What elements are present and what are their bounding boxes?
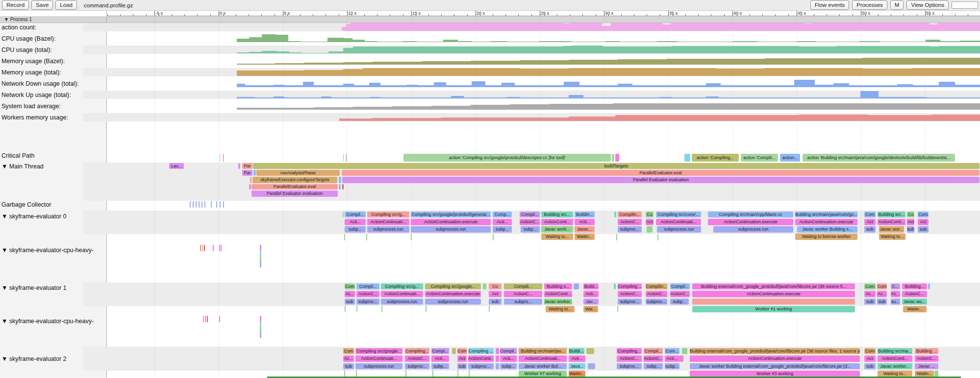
evaluator1-1-event-bar[interactable]: Build... <box>583 284 599 289</box>
evaluator0-3-event-bar[interactable]: Javac work... <box>541 226 573 233</box>
evaluator0-1-event-bar[interactable]: Com <box>918 212 929 217</box>
view-options-button[interactable]: View Options <box>906 0 949 10</box>
evaluator1-1-event-bar[interactable]: Compiling src/g... <box>381 284 423 289</box>
net-down-chart-segment[interactable] <box>245 85 274 87</box>
mem-bazel-chart-segment[interactable] <box>275 63 304 65</box>
evaluator2-2-event-bar[interactable] <box>496 355 499 362</box>
sys-load-chart-segment[interactable] <box>471 105 510 110</box>
evaluator2-1-event-bar[interactable]: Building external/com_google_protobuf/ja… <box>690 348 860 354</box>
evaluator0-3-event-bar[interactable]: sub <box>918 226 929 233</box>
mem-bazel-chart-segment[interactable] <box>569 60 618 65</box>
event-sliver[interactable] <box>207 316 208 322</box>
event-sliver[interactable] <box>260 332 261 338</box>
evaluator0-3-event-bar[interactable]: Javac wor... <box>879 226 904 233</box>
critical-path-event-bar[interactable] <box>684 154 690 162</box>
evaluator0-2-event-bar[interactable]: ActionContinuati... <box>656 219 701 225</box>
net-up-chart-segment[interactable] <box>879 97 911 98</box>
mem-total-chart-segment[interactable] <box>304 70 343 76</box>
workers-mem-chart-segment[interactable] <box>868 115 931 121</box>
critical-path-event-bar[interactable] <box>343 154 344 162</box>
sys-load-chart-segment[interactable] <box>237 108 275 110</box>
evaluator2-3-event-bar[interactable]: subproc... <box>468 363 494 369</box>
evaluator2-2-event-bar[interactable]: Act <box>864 355 876 362</box>
net-up-chart-segment[interactable] <box>331 97 370 98</box>
event-sliver[interactable] <box>260 251 261 257</box>
net-down-chart-segment[interactable] <box>314 85 343 87</box>
sys-load-chart-segment[interactable] <box>275 108 314 110</box>
evaluator0-1-event-bar[interactable]: Compil... <box>520 212 540 217</box>
event-sliver[interactable] <box>356 370 357 377</box>
event-sliver[interactable] <box>213 245 214 251</box>
evaluator1-2-event-bar[interactable]: Ac... <box>877 291 887 297</box>
event-sliver[interactable] <box>223 201 224 208</box>
evaluator2-3-event-bar[interactable]: subp... <box>431 363 449 369</box>
evaluator0-3-event-bar[interactable]: subp... <box>493 226 512 233</box>
load-button[interactable]: Load <box>55 0 77 10</box>
event-sliver[interactable] <box>405 370 406 377</box>
evaluator1-3-event-bar[interactable]: Javac worker... <box>544 299 572 305</box>
track-label-section[interactable]: ▼ skyframe-evaluator 2 <box>1 355 67 362</box>
mem-total-chart-segment[interactable] <box>863 69 912 76</box>
sys-load-chart-segment[interactable] <box>907 103 980 110</box>
evaluator0-3-event-bar[interactable]: subprocess.run <box>411 226 491 233</box>
mem-bazel-chart-segment[interactable] <box>304 63 343 65</box>
evaluator0-1-event-bar[interactable]: Building src... <box>541 212 573 217</box>
evaluator0-2-event-bar[interactable]: ActionContinuati... <box>367 219 409 225</box>
cpu-bazel-chart-segment[interactable] <box>288 41 301 42</box>
event-sliver[interactable] <box>260 245 261 251</box>
event-sliver[interactable] <box>381 306 382 312</box>
cpu-bazel-chart-segment[interactable] <box>402 41 417 42</box>
sys-load-chart-segment[interactable] <box>431 106 471 110</box>
evaluator2-1-event-bar[interactable]: Compiling src/google... <box>355 348 402 354</box>
net-down-chart-segment[interactable] <box>913 85 939 87</box>
evaluator1-3-event-bar[interactable]: sub <box>864 299 876 305</box>
net-up-chart-segment[interactable] <box>911 97 927 98</box>
net-down-chart-segment[interactable] <box>369 83 380 87</box>
cpu-bazel-chart-segment[interactable] <box>960 41 980 42</box>
evaluator2-3-event-bar[interactable]: Javac worker Building external/com_googl… <box>690 363 860 369</box>
evaluator1-4-event-bar[interactable]: Waiting to... <box>546 306 575 312</box>
net-up-chart-segment[interactable] <box>274 96 284 98</box>
evaluator2-1-event-bar[interactable]: Com <box>864 348 876 354</box>
main-thread-3-event-bar[interactable] <box>339 177 341 183</box>
evaluator1-2-event-bar[interactable]: Ac... <box>891 291 900 297</box>
mem-bazel-chart-segment[interactable] <box>618 59 667 65</box>
main-thread-1-event-bar[interactable]: buildTargets <box>253 163 980 169</box>
cpu-total-chart-segment[interactable] <box>302 53 328 53</box>
action-count-chart-segment[interactable] <box>611 23 663 31</box>
cpu-bazel-chart-segment[interactable] <box>249 37 262 42</box>
critical-path-event-bar[interactable]: action 'Compiling... <box>692 154 739 162</box>
evaluator1-1-event-bar[interactable]: Com <box>877 284 887 289</box>
cpu-total-chart-segment[interactable] <box>277 51 289 53</box>
evaluator1-4-event-bar[interactable]: Wai... <box>583 306 598 312</box>
event-sliver[interactable] <box>202 245 203 251</box>
cpu-total-chart-segment[interactable] <box>571 46 603 53</box>
evaluator1-3-event-bar[interactable] <box>692 299 855 305</box>
record-button[interactable]: Record <box>2 0 29 10</box>
cpu-bazel-chart-segment[interactable] <box>539 41 571 42</box>
critical-path-event-bar[interactable]: action 'Building src/main/java/com/googl… <box>803 154 955 162</box>
evaluator1-1-event-bar[interactable] <box>483 284 486 289</box>
mem-bazel-chart-segment[interactable] <box>667 59 716 65</box>
event-sliver[interactable] <box>211 201 212 208</box>
critical-path-event-bar[interactable] <box>615 154 619 162</box>
evaluator1-3-event-bar[interactable]: Jav... <box>583 299 599 305</box>
track-label-section[interactable]: ▼ skyframe-evaluator 0 <box>1 213 67 220</box>
event-sliver[interactable] <box>190 201 191 208</box>
net-down-chart-segment[interactable] <box>380 85 407 87</box>
evaluator1-2-event-bar[interactable]: Acti... <box>583 291 599 297</box>
evaluator2-3-event-bar[interactable]: subproc... <box>617 363 642 369</box>
processes-button[interactable]: Processes <box>852 0 887 10</box>
net-down-chart-segment[interactable] <box>284 85 303 87</box>
evaluator2-3-event-bar[interactable]: subproc... <box>405 363 429 369</box>
evaluator0-3-event-bar[interactable]: subp... <box>521 226 540 233</box>
evaluator1-2-event-bar[interactable]: ActionContinuation.execute <box>425 291 481 297</box>
critical-path-event-bar[interactable] <box>220 154 220 162</box>
evaluator1-2-event-bar[interactable]: ActionC... <box>902 291 927 297</box>
evaluator0-1-event-bar[interactable]: Compiling src/g... <box>367 212 409 217</box>
evaluator0-1-event-bar[interactable]: Co <box>907 212 914 217</box>
evaluator0-1-event-bar[interactable]: Com <box>864 212 876 217</box>
mem-total-chart-segment[interactable] <box>520 69 569 76</box>
event-sliver[interactable] <box>220 201 221 208</box>
track-label-section[interactable]: ▼ Main Thread <box>1 163 44 170</box>
